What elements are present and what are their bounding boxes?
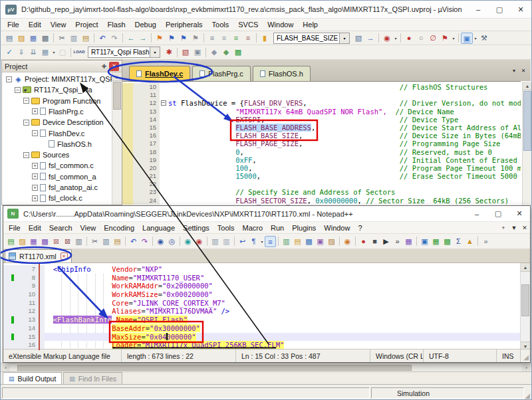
- uv-code-line-10[interactable]: 10 // FlashOS Structures: [122, 83, 521, 91]
- status-eol-format[interactable]: Windows (CR LF): [370, 350, 424, 362]
- tree-item-flashdev.c[interactable]: −FlashDev.c: [32, 128, 84, 139]
- tree-item-fsl-common.c[interactable]: +fsl_common.c: [32, 160, 94, 171]
- bookmark-toggle-icon[interactable]: ⚑: [154, 33, 166, 44]
- macro-record-icon[interactable]: ●: [358, 236, 369, 247]
- xml-line-13[interactable]: 13 <FlashBankInfo Name="QSPI Flash": [3, 316, 520, 324]
- uv-code-line-24[interactable]: 24 FLASH_SECTOR_SIZE, 0x00000000, // Sec…: [122, 197, 521, 205]
- collapse-icon[interactable]: −: [6, 76, 12, 82]
- configure-icon[interactable]: ⚒: [478, 33, 490, 44]
- scroll-up-icon[interactable]: ▲: [521, 263, 530, 272]
- menu-npp-view[interactable]: View: [76, 224, 100, 232]
- xml-line-8[interactable]: 8 Name="MIMXRT1170_USER": [3, 274, 520, 282]
- project-scroll-thumb[interactable]: [113, 82, 121, 110]
- xml-scroll-thumb[interactable]: [521, 284, 529, 316]
- clone-view-icon[interactable]: ▣: [315, 236, 326, 247]
- uvision-maximize-icon[interactable]: ▢: [489, 1, 510, 18]
- uvision-search-combo[interactable]: FLASH_BASE_SIZE: [273, 33, 340, 44]
- fold-collapse-icon[interactable]: −: [161, 100, 166, 106]
- copy-icon[interactable]: ▥: [100, 236, 112, 247]
- menu-npp-window[interactable]: Window: [320, 224, 354, 232]
- menu-uv-file[interactable]: File: [3, 21, 24, 29]
- uv-code-line-22[interactable]: 22: [122, 180, 521, 188]
- uv-code-line-13[interactable]: 13 "MIMXRT117x 64mB QuadSPI NOR Flash", …: [122, 108, 521, 116]
- menu-npp-tools[interactable]: Tools: [213, 224, 239, 232]
- menu-uv-flash[interactable]: Flash: [103, 21, 130, 29]
- xml-line-15[interactable]: 15 MaxSize="0x04000000": [3, 333, 520, 342]
- breakpoint-enable-icon[interactable]: ○: [415, 33, 427, 44]
- doc-switcher-icon[interactable]: ▼: [509, 225, 519, 231]
- uv-code-line-18[interactable]: 18 0, // Reserved, must be 0: [122, 148, 521, 156]
- tree-item-flashos.h[interactable]: FlashOS.h: [41, 139, 92, 150]
- breakpoint-toggle-icon[interactable]: ●: [403, 33, 415, 44]
- comment-icon[interactable]: ≡: [230, 33, 242, 44]
- tree-item-fsl-clock.c[interactable]: +fsl_clock.c: [32, 193, 82, 203]
- scroll-right-icon[interactable]: ›: [522, 364, 531, 371]
- resize-grip-icon[interactable]: ◢: [525, 392, 530, 399]
- tree-item-device-description[interactable]: −Device Description: [23, 117, 104, 128]
- bookmark-next-icon[interactable]: ⚑: [178, 33, 190, 44]
- new-file-icon[interactable]: ▤: [3, 33, 15, 44]
- zoom-in-icon[interactable]: ◉: [182, 236, 194, 247]
- favorites-icon[interactable]: ▮: [259, 33, 271, 44]
- nav-back-icon[interactable]: ←: [125, 33, 137, 44]
- nav-forward-icon[interactable]: →: [137, 33, 149, 44]
- menu-uv-peripherals[interactable]: Peripherals: [161, 21, 207, 29]
- menu-npp-language[interactable]: Language: [138, 224, 179, 232]
- find-icon[interactable]: ◉: [155, 236, 166, 247]
- bookmark-clear-icon[interactable]: ⚑: [190, 33, 201, 44]
- menu-uv-project[interactable]: Project: [70, 21, 102, 29]
- expand-icon[interactable]: +: [32, 185, 38, 191]
- plugin-sum-icon[interactable]: Σ: [453, 236, 464, 247]
- redo-icon[interactable]: ↷: [108, 33, 120, 44]
- tree-item-program-function[interactable]: −Program Function: [23, 96, 100, 106]
- save-all-icon[interactable]: ▩: [39, 33, 51, 44]
- sync-vertical-icon[interactable]: ▥: [209, 236, 221, 247]
- uv-code-line-23[interactable]: 23 // Specify Size and Address of Sector…: [122, 188, 521, 196]
- uvision-minimize-icon[interactable]: –: [467, 1, 489, 18]
- breakpoint-disable-icon[interactable]: ⚑: [439, 33, 451, 44]
- project-tree-scrollbar[interactable]: ▲: [112, 72, 122, 205]
- save-all-icon[interactable]: ▩: [39, 236, 51, 247]
- uvision-target-combo-dropdown-icon[interactable]: ▾: [150, 47, 160, 58]
- tree-item-sources[interactable]: −Sources: [23, 150, 69, 160]
- open-file-icon[interactable]: ▨: [15, 33, 27, 44]
- show-all-chars-dropdown-icon[interactable]: ▾: [259, 239, 265, 244]
- flash-download-icon[interactable]: LOAD: [73, 47, 85, 58]
- menu-uv-help[interactable]: Help: [298, 21, 323, 29]
- collapse-icon[interactable]: −: [23, 120, 29, 126]
- editor-vscroll-thumb[interactable]: [523, 91, 531, 151]
- batch-build-dropdown-icon[interactable]: ▾: [51, 50, 57, 54]
- plugin-compare-1-icon[interactable]: ▦: [430, 236, 442, 247]
- indent-guide-icon[interactable]: ≡: [265, 236, 276, 247]
- expand-icon[interactable]: +: [32, 108, 38, 114]
- undo-icon[interactable]: ↶: [96, 33, 108, 44]
- tab-build-output[interactable]: ▤ Build Output: [3, 372, 62, 384]
- project-items-icon[interactable]: ◆: [208, 47, 220, 58]
- uv-code-line-20[interactable]: 20 100, // Program Page Timeout 100 mS: [122, 164, 521, 172]
- expand-icon[interactable]: +: [32, 195, 38, 201]
- uv-code-line-16[interactable]: 16 FLASH_BASE_SIZE, // Device Size in By…: [122, 132, 521, 140]
- xml-line-16[interactable]: 16 Loader="MIMXRT117x_QuadSPI_256KB_SEC.…: [3, 341, 520, 350]
- outdent-icon[interactable]: ≡: [218, 33, 230, 44]
- tab-find-in-files[interactable]: ▨ Find In Files: [63, 372, 122, 384]
- doc-tab-flashos.h[interactable]: FlashOS.h: [253, 66, 311, 81]
- collapse-icon[interactable]: −: [32, 130, 38, 136]
- show-all-chars-icon[interactable]: ¶: [248, 236, 259, 247]
- xml-line-7[interactable]: 7 <ChipInfo Vendor="NXP": [3, 265, 520, 274]
- paste-icon[interactable]: ▤: [80, 33, 92, 44]
- expand-icon[interactable]: +: [32, 163, 38, 169]
- collapse-icon[interactable]: −: [23, 98, 29, 104]
- menu-uv-debug[interactable]: Debug: [130, 21, 161, 29]
- breakpoint-kill-icon[interactable]: ∅: [427, 33, 439, 44]
- file-monitoring-icon[interactable]: ◉: [342, 236, 353, 247]
- xml-line-12[interactable]: 12 Aliases="MIMXRT1176DVMAA" />: [3, 307, 520, 316]
- file-extensions-icon[interactable]: ▧: [180, 47, 192, 58]
- window-layout-icon[interactable]: ▣: [461, 33, 473, 44]
- rebuild-icon[interactable]: ⇊: [27, 47, 39, 58]
- notepadpp-close-icon[interactable]: ✕: [509, 206, 530, 221]
- uvision-close-icon[interactable]: ✕: [510, 1, 531, 18]
- menu-npp-run[interactable]: Run: [267, 224, 288, 232]
- word-wrap-icon[interactable]: ↩: [237, 236, 248, 247]
- pack-installer-icon[interactable]: ▩: [232, 47, 244, 58]
- menu-npp-settings[interactable]: Settings: [179, 224, 213, 232]
